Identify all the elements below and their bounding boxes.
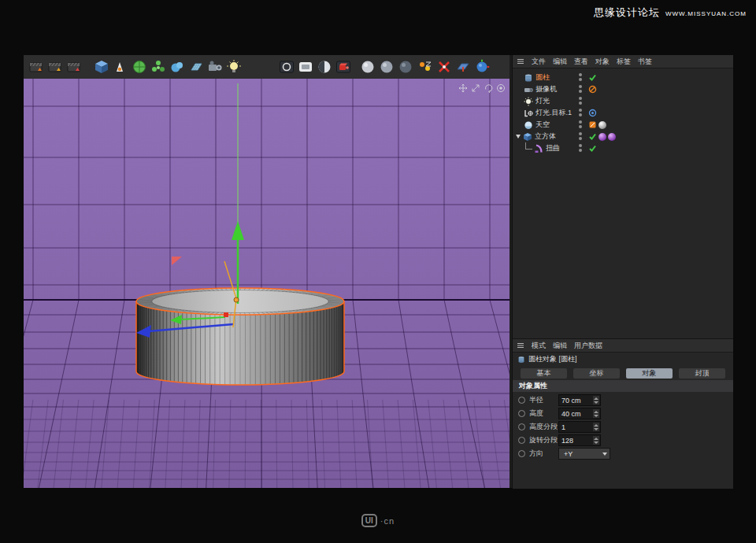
radius-field[interactable]: 70 cm bbox=[558, 394, 601, 406]
height-field[interactable]: 40 cm bbox=[558, 408, 601, 419]
object-row-camera[interactable]: 摄像机 bbox=[513, 83, 733, 95]
stepper[interactable] bbox=[593, 396, 599, 404]
tab-caps[interactable]: 封顶 bbox=[679, 368, 725, 379]
visibility-dots[interactable] bbox=[579, 85, 582, 93]
object-label: 扭曲 bbox=[546, 143, 560, 153]
param-row-orientation: 方向 +Y bbox=[513, 447, 733, 460]
keyframe-circle[interactable] bbox=[518, 410, 525, 417]
object-row-light[interactable]: 灯光 bbox=[513, 95, 733, 107]
compositing-tag-icon[interactable] bbox=[588, 120, 597, 129]
pen-tool-icon[interactable] bbox=[112, 58, 129, 76]
menu-edit[interactable]: 编辑 bbox=[553, 341, 567, 351]
array-icon[interactable] bbox=[150, 58, 167, 76]
param-label: 高度 bbox=[529, 408, 558, 419]
material-purple-tag-icon[interactable] bbox=[598, 133, 606, 141]
cylinder-small-icon bbox=[517, 356, 525, 364]
menu-view[interactable]: 查看 bbox=[574, 57, 588, 67]
attribute-manager: 模式 编辑 用户数据 圆柱对象 [圆柱] 基本 坐标 对象 封顶 对象属性 半径 bbox=[513, 338, 733, 489]
section-object-properties[interactable]: 对象属性 bbox=[513, 380, 733, 392]
visibility-dots[interactable] bbox=[579, 97, 582, 105]
light-tool-icon[interactable] bbox=[225, 58, 243, 76]
chevron-down-icon bbox=[602, 452, 607, 456]
stepper[interactable] bbox=[593, 436, 599, 445]
tab-object[interactable]: 对象 bbox=[626, 368, 673, 379]
object-label: 摄像机 bbox=[536, 84, 557, 94]
visibility-dots[interactable] bbox=[579, 109, 582, 116]
cube-tool-icon[interactable] bbox=[93, 58, 110, 76]
display-sphere-1-icon[interactable] bbox=[359, 58, 376, 76]
pan-view-icon[interactable] bbox=[458, 82, 468, 91]
display-sphere-2-icon[interactable] bbox=[378, 58, 395, 76]
metaball-icon[interactable] bbox=[169, 58, 186, 76]
menu-bookmarks[interactable]: 书签 bbox=[638, 57, 652, 67]
keyframe-circle[interactable] bbox=[518, 437, 525, 444]
stepper[interactable] bbox=[593, 409, 599, 418]
check-tag-icon[interactable] bbox=[588, 73, 597, 82]
object-row-light-target[interactable]: 灯光.目标.1 bbox=[513, 107, 733, 119]
snap-icon[interactable] bbox=[417, 58, 434, 76]
param-label: 半径 bbox=[529, 395, 558, 405]
visibility-dots[interactable] bbox=[579, 144, 582, 152]
tab-coordinates[interactable]: 坐标 bbox=[573, 368, 620, 379]
object-row-cube[interactable]: 立方体 bbox=[513, 131, 733, 142]
plane-icon[interactable] bbox=[187, 58, 205, 76]
object-row-cylinder[interactable]: 圆柱 bbox=[513, 72, 733, 83]
clapper-icon-a[interactable] bbox=[28, 58, 45, 76]
orientation-dropdown[interactable]: +Y bbox=[558, 448, 610, 460]
menu-tags[interactable]: 标签 bbox=[617, 57, 631, 67]
render-view-icon[interactable] bbox=[278, 58, 295, 76]
object-row-sky[interactable]: 天空 bbox=[513, 119, 733, 131]
material-purple-tag-icon[interactable] bbox=[608, 133, 616, 141]
check-tag-icon[interactable] bbox=[588, 132, 597, 141]
height-segments-field[interactable]: 1 bbox=[558, 421, 601, 433]
visibility-dots[interactable] bbox=[579, 120, 582, 128]
rotation-segments-field[interactable]: 128 bbox=[558, 434, 601, 446]
watermark: 思缘设计论坛 WWW.MISSYUAN.COM bbox=[594, 6, 747, 20]
workplane-icon[interactable] bbox=[454, 58, 472, 76]
gizmo-ball-icon[interactable] bbox=[473, 58, 491, 76]
expander-icon[interactable] bbox=[516, 135, 521, 139]
watermark-url: WWW.MISSYUAN.COM bbox=[665, 10, 747, 17]
subdivision-icon[interactable] bbox=[131, 58, 148, 76]
c4d-window: 文件 编辑 查看 对象 标签 书签 圆柱 摄像机 灯光 bbox=[24, 55, 732, 488]
object-label: 立方体 bbox=[535, 131, 556, 142]
axis-x-icon[interactable] bbox=[435, 58, 453, 76]
keyframe-circle[interactable] bbox=[518, 423, 525, 430]
panel-menu-icon[interactable] bbox=[517, 57, 524, 65]
menu-userdata[interactable]: 用户数据 bbox=[574, 341, 602, 351]
camera-tool-icon[interactable] bbox=[206, 58, 224, 76]
stepper[interactable] bbox=[593, 423, 599, 431]
keyframe-circle[interactable] bbox=[518, 450, 525, 457]
zoom-view-icon[interactable] bbox=[471, 82, 480, 91]
panel-menu-icon[interactable] bbox=[517, 342, 524, 349]
keyframe-circle[interactable] bbox=[518, 397, 525, 404]
menu-mode[interactable]: 模式 bbox=[532, 341, 546, 351]
display-sphere-3-icon[interactable] bbox=[397, 58, 414, 76]
param-label: 方向 bbox=[529, 449, 558, 459]
viewport-canvas[interactable] bbox=[24, 79, 510, 488]
visibility-dots[interactable] bbox=[579, 73, 582, 81]
orientation-value: +Y bbox=[561, 450, 573, 458]
toggle-view-icon[interactable] bbox=[496, 82, 506, 91]
target-tag-icon[interactable] bbox=[588, 109, 597, 117]
cylinder-icon bbox=[524, 73, 533, 83]
render-off-tag-icon[interactable] bbox=[588, 85, 597, 94]
render-settings-icon[interactable] bbox=[335, 58, 352, 76]
material-white-tag-icon[interactable] bbox=[598, 121, 606, 129]
rotate-view-icon[interactable] bbox=[484, 82, 493, 91]
menu-file[interactable]: 文件 bbox=[532, 57, 546, 67]
menu-objects[interactable]: 对象 bbox=[595, 57, 610, 67]
menu-edit[interactable]: 编辑 bbox=[553, 57, 567, 67]
cube-icon bbox=[523, 132, 532, 142]
check-tag-icon[interactable] bbox=[588, 144, 597, 153]
viewport-3d[interactable] bbox=[24, 79, 510, 488]
visibility-dots[interactable] bbox=[579, 132, 582, 140]
clapper-icon-c[interactable] bbox=[65, 58, 83, 76]
tab-basic[interactable]: 基本 bbox=[521, 368, 567, 379]
object-row-bend[interactable]: 扭曲 bbox=[513, 142, 733, 154]
render-picture-icon[interactable] bbox=[297, 58, 314, 76]
clapper-icon-b[interactable] bbox=[46, 58, 64, 76]
tree-connector bbox=[525, 142, 532, 150]
object-label: 灯光 bbox=[536, 96, 550, 106]
shading-sphere-icon[interactable] bbox=[316, 58, 333, 76]
